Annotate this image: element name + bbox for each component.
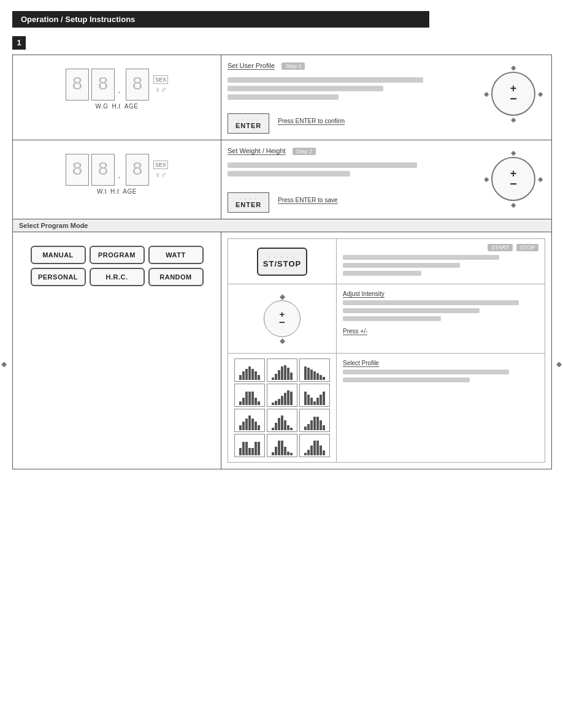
sex-icon-1: SEX ♀♂ [153, 75, 168, 94]
br-row-pmcontrol: ◆ ◆ + − ◆ ◆ [228, 284, 545, 354]
st-stop-dots: · · · · · [263, 255, 301, 259]
profile-bars-4 [239, 388, 260, 405]
br-ststop-cell: · · · · · ST/STOP [228, 239, 337, 284]
label-wg: W.G [96, 103, 109, 110]
minus-sm[interactable]: − [279, 317, 285, 328]
br-ststop-desc: START STOP [337, 239, 545, 284]
digit-2: 8 [91, 69, 115, 100]
label-age: AGE [124, 103, 139, 110]
profile-10[interactable] [234, 434, 265, 457]
diamond-left: ◆ [1, 360, 7, 368]
profile-bars-7 [239, 413, 260, 430]
pm-circle-sm[interactable]: + − [264, 300, 301, 337]
btn-personal[interactable]: PERSONAL [31, 268, 86, 286]
bottom-left: MANUAL PROGRAM WATT PERSONAL H.R.C. RAND… [13, 232, 221, 469]
main-table: 8 8 . 8 SEX ♀♂ W.G H.t AGE [12, 55, 552, 469]
header-title: Operation / Setup Instructions [21, 15, 135, 24]
profile-bars-8 [272, 413, 293, 430]
enter-label-1[interactable]: ENTER [236, 122, 261, 129]
profile-3[interactable] [299, 358, 330, 382]
digit-4: 8 [66, 154, 89, 186]
badge-stop: STOP [516, 244, 538, 251]
btn-watt[interactable]: WATT [148, 246, 204, 264]
enter-label-2[interactable]: ENTER [236, 201, 261, 208]
enter-dots-1: · · · · · [236, 118, 261, 122]
profile-6[interactable] [299, 384, 330, 407]
pm-circle-container-2[interactable]: ◆ ◆ + − ◆ ◆ [484, 149, 543, 209]
pm-circle-2[interactable]: + − [491, 157, 535, 201]
br-row-ststop: · · · · · ST/STOP START STOP [228, 239, 545, 284]
label-ht2: H.t [110, 188, 119, 195]
row1-title: Set User Profile [228, 62, 275, 70]
profile-desc-title: Select Profile [343, 360, 379, 367]
profile-bars-5 [272, 388, 293, 405]
profile-1[interactable] [234, 358, 265, 382]
profile-grid [234, 358, 330, 457]
row1-line2 [228, 86, 383, 91]
btn-program[interactable]: PROGRAM [90, 246, 145, 264]
display-panel-2: 8 8 . 8 SEX ♀♂ W.t H.t AGE [13, 140, 221, 219]
profile-bars-6 [304, 388, 325, 405]
diamond-bottom: ◆ [280, 337, 285, 344]
btn-hrc[interactable]: H.R.C. [90, 268, 145, 286]
profile-bars-11 [272, 438, 293, 455]
row-program: MANUAL PROGRAM WATT PERSONAL H.R.C. RAND… [13, 232, 552, 469]
label-ht: H.t [112, 103, 121, 110]
sex-icon-2: SEX ♀♂ [153, 161, 168, 180]
display-panel-1: 8 8 . 8 SEX ♀♂ W.G H.t AGE [13, 55, 221, 140]
pm-line1 [343, 300, 519, 305]
profile-4[interactable] [234, 384, 265, 407]
profile-bars-3 [304, 363, 325, 380]
digit-3: 8 [126, 69, 149, 100]
profile-12[interactable] [299, 434, 330, 457]
digit-5: 8 [91, 154, 115, 186]
digit-dot-1: . [117, 69, 123, 100]
label-wt: W.t [97, 188, 107, 195]
row1-badge: Step 1 [282, 63, 305, 70]
digit-display-1: 8 8 . 8 SEX ♀♂ [19, 69, 215, 100]
profile-line1 [343, 370, 509, 374]
enter-dots-2: · · · · [236, 197, 261, 201]
digit-display-2: 8 8 . 8 SEX ♀♂ [19, 154, 215, 186]
br-profile-desc: Select Profile [337, 354, 545, 463]
br-profile-cell [228, 354, 337, 463]
mode-buttons-grid: MANUAL PROGRAM WATT PERSONAL H.R.C. RAND… [19, 246, 215, 286]
row2-line2 [228, 171, 350, 176]
row2-line1 [228, 162, 417, 168]
st-stop-label[interactable]: ST/STOP [263, 259, 301, 268]
pm-circle-container-1[interactable]: ◆ ◆ + − ◆ ◆ [484, 64, 543, 124]
display-labels-2: W.t H.t AGE [19, 188, 215, 195]
profile-7[interactable] [234, 409, 265, 432]
pm-line2 [343, 308, 480, 313]
profile-5[interactable] [267, 384, 297, 407]
minus-icon-2[interactable]: − [510, 178, 517, 190]
badge-start: START [488, 244, 513, 251]
profile-line2 [343, 377, 470, 382]
ststop-line2 [343, 263, 460, 268]
br-row-profiles: Select Profile [228, 354, 545, 463]
digit-6: 8 [126, 154, 149, 186]
diamond-top: ◆ [280, 293, 285, 300]
row-weight-height: 8 8 . 8 SEX ♀♂ W.t H.t AGE [13, 140, 552, 219]
digit-1: 8 [66, 69, 89, 100]
enter-button-1[interactable]: · · · · · ENTER [228, 113, 269, 134]
header-bar: Operation / Setup Instructions [12, 11, 429, 28]
enter-button-2[interactable]: · · · · ENTER [228, 192, 269, 213]
st-stop-button[interactable]: · · · · · ST/STOP [257, 248, 307, 276]
profile-bars-9 [304, 413, 325, 430]
pm-line3 [343, 316, 441, 321]
minus-icon-1[interactable]: − [510, 93, 517, 105]
btn-random[interactable]: RANDOM [148, 268, 204, 286]
diamond-right: ◆ [556, 360, 562, 368]
profile-2[interactable] [267, 358, 297, 382]
pm-desc-title2: Press +/- [343, 328, 367, 335]
pm-circle-1[interactable]: + − [491, 72, 535, 116]
separator-row: Select Program Mode [13, 219, 552, 232]
br-sub-table: · · · · · ST/STOP START STOP [228, 238, 545, 463]
profile-11[interactable] [267, 434, 297, 457]
br-pm-desc: Adjust Intensity Press +/- [337, 284, 545, 354]
btn-manual[interactable]: MANUAL [31, 246, 86, 264]
profile-9[interactable] [299, 409, 330, 432]
profile-8[interactable] [267, 409, 297, 432]
display-labels-1: W.G H.t AGE [19, 103, 215, 110]
